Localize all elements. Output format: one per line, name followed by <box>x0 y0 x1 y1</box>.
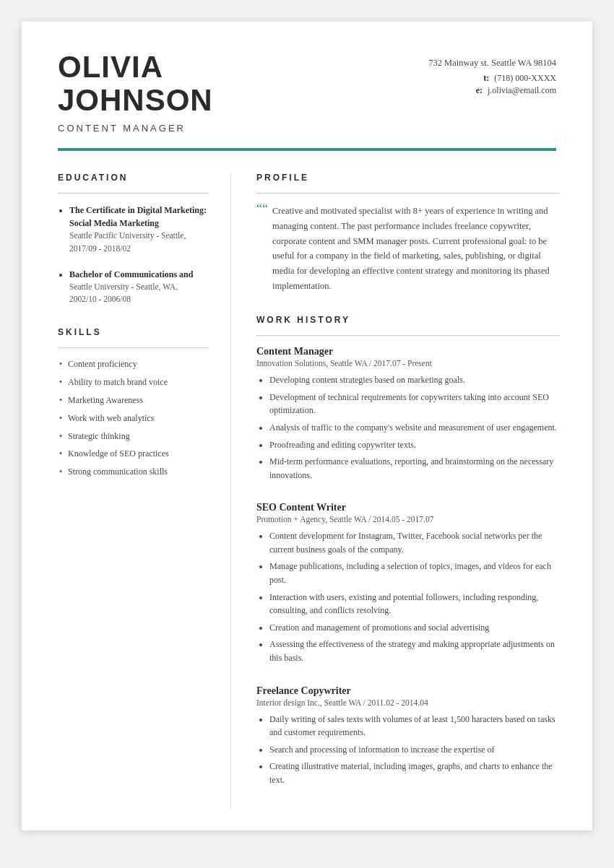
job-title-1: SEO Content Writer <box>256 502 560 513</box>
resume-page: OLIVIA JOHNSON CONTENT MANAGER 732 Mainw… <box>22 22 592 830</box>
bullet-0-3: Proofreading and editing copywriter text… <box>269 438 560 452</box>
profile-section: PROFILE Creative and motivated specialis… <box>256 173 560 293</box>
edu-degree-1: Bachelor of Communications and <box>69 268 209 281</box>
education-item-0: The Certificate in Digital Marketing: So… <box>69 204 209 255</box>
phone-line: t: (718) 000-XXXX <box>428 73 556 84</box>
bullet-0-1: Development of technical requirements fo… <box>269 391 560 417</box>
header-left: OLIVIA JOHNSON CONTENT MANAGER <box>58 51 213 134</box>
job-title-2: Freelance Copywriter <box>256 685 560 697</box>
skill-item-5: Knowledge of SEO practices <box>58 448 209 460</box>
phone-number: (718) 000-XXXX <box>494 73 556 83</box>
skills-section: SKILLS Content proficiency Ability to ma… <box>58 327 209 478</box>
header-right: 732 Mainway st. Seattle WA 98104 t: (718… <box>428 51 556 97</box>
job-1: SEO Content Writer Promotion + Agency, S… <box>256 502 560 664</box>
email-line: e: j.olivia@email.com <box>428 85 556 96</box>
skills-list: Content proficiency Ability to match bra… <box>58 358 209 478</box>
skills-divider <box>58 347 209 348</box>
email-label: e: <box>476 85 483 95</box>
job-meta-2: Interior design Inc., Seattle WA / 2011.… <box>256 698 560 707</box>
bullet-1-3: Creation and management of promotions an… <box>269 621 560 635</box>
work-history-section: WORK HISTORY Content Manager Innovation … <box>256 315 560 786</box>
bullet-2-0: Daily writing of sales texts with volume… <box>269 713 560 739</box>
skills-title: SKILLS <box>58 327 209 337</box>
bullet-1-1: Manage publications, including a selecti… <box>269 560 560 586</box>
edu-degree-0: The Certificate in Digital Marketing: So… <box>69 204 209 230</box>
job-meta-0: Innovation Solutions, Seattle WA / 2017.… <box>256 359 560 368</box>
bullet-0-4: Mid-term performance evaluations, report… <box>269 455 560 482</box>
work-history-title: WORK HISTORY <box>256 315 560 325</box>
bullet-1-0: Content development for Instagram, Twitt… <box>269 529 560 556</box>
body: EDUCATION The Certificate in Digital Mar… <box>22 151 592 830</box>
bullet-0-0: Developing content strategies based on m… <box>269 373 560 387</box>
job-bullets-0: Developing content strategies based on m… <box>256 373 560 482</box>
skill-item-4: Strategic thinking <box>58 430 209 443</box>
job-bullets-2: Daily writing of sales texts with volume… <box>256 713 560 787</box>
edu-date-0: 2017/09 - 2018/02 <box>69 243 209 255</box>
bullet-2-2: Creating illustrative material, includin… <box>269 760 560 786</box>
candidate-title: CONTENT MANAGER <box>58 123 213 134</box>
profile-divider <box>256 193 560 194</box>
job-0: Content Manager Innovation Solutions, Se… <box>256 346 560 482</box>
candidate-name: OLIVIA JOHNSON <box>58 51 213 117</box>
education-title: EDUCATION <box>58 173 209 183</box>
skill-item-3: Work with web analytics <box>58 412 209 425</box>
left-column: EDUCATION The Certificate in Digital Mar… <box>22 173 231 808</box>
bullet-1-4: Assessing the effectiveness of the strat… <box>269 638 560 664</box>
job-title-0: Content Manager <box>256 346 560 357</box>
education-divider <box>58 193 209 194</box>
bullet-2-1: Search and processing of information to … <box>269 743 560 757</box>
job-2: Freelance Copywriter Interior design Inc… <box>256 685 560 787</box>
profile-title: PROFILE <box>256 173 560 183</box>
email-address: j.olivia@email.com <box>488 85 556 95</box>
skill-item-1: Ability to match brand voice <box>58 376 209 389</box>
edu-school-1: Seattle University - Seattle, WA. <box>69 281 209 293</box>
phone-label: t: <box>483 73 489 83</box>
job-meta-1: Promotion + Agency, Seattle WA / 2014.05… <box>256 515 560 524</box>
skill-item-6: Strong communication skills <box>58 466 209 478</box>
edu-school-0: Seattle Pacific University - Seattle, <box>69 230 209 242</box>
header: OLIVIA JOHNSON CONTENT MANAGER 732 Mainw… <box>22 22 592 148</box>
education-list: The Certificate in Digital Marketing: So… <box>58 204 209 305</box>
education-item-1: Bachelor of Communications and Seattle U… <box>69 268 209 306</box>
skill-item-2: Marketing Awareness <box>58 394 209 407</box>
profile-text: Creative and motivated specialist with 8… <box>256 204 560 293</box>
edu-date-1: 2002/10 - 2006/08 <box>69 293 209 305</box>
education-section: EDUCATION The Certificate in Digital Mar… <box>58 173 209 305</box>
right-column: PROFILE Creative and motivated specialis… <box>231 173 592 808</box>
address: 732 Mainway st. Seattle WA 98104 <box>428 58 556 69</box>
work-history-divider <box>256 335 560 336</box>
bullet-1-2: Interaction with users, existing and pot… <box>269 591 560 617</box>
bullet-0-2: Analysis of traffic to the company's web… <box>269 421 560 435</box>
job-bullets-1: Content development for Instagram, Twitt… <box>256 529 560 664</box>
skill-item-0: Content proficiency <box>58 358 209 370</box>
